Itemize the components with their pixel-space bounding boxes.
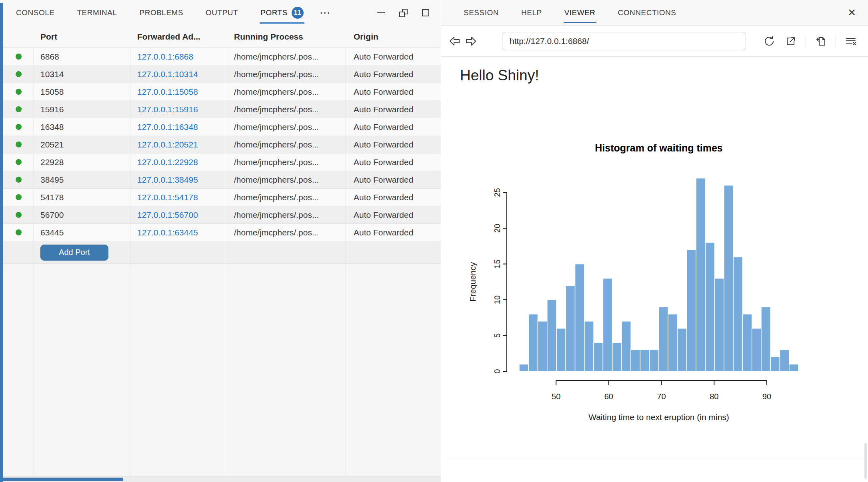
minimize-panel-icon[interactable] (376, 8, 386, 18)
x-tick-label: 90 (762, 392, 771, 401)
column-header-port[interactable]: Port (34, 32, 130, 42)
close-panel-icon[interactable]: ✕ (848, 7, 856, 18)
port-status (3, 194, 34, 200)
port-row[interactable]: 20521127.0.0.1:20521/home/jmcphers/.pos.… (3, 136, 441, 153)
toolbar-divider (806, 35, 806, 48)
forwarded-address-cell: 127.0.0.1:16348 (130, 122, 227, 132)
viewer-toolbar: http://127.0.0.1:6868/ (441, 26, 868, 57)
port-row[interactable]: 6868127.0.0.1:6868/home/jmcphers/.pos...… (3, 48, 441, 66)
histogram-bar (556, 329, 566, 371)
status-dot-icon (16, 54, 22, 60)
tab-viewer[interactable]: VIEWER (564, 0, 596, 25)
maximize-panel-icon[interactable] (421, 8, 430, 18)
origin-cell: Auto Forwarded (346, 122, 441, 132)
column-header-origin[interactable]: Origin (346, 32, 441, 42)
add-port-row: Add Port (3, 241, 441, 264)
port-number-cell: 15916 (34, 105, 130, 114)
forwarded-address-link[interactable]: 127.0.0.1:15058 (137, 87, 198, 96)
histogram-bar (566, 285, 575, 371)
port-row[interactable]: 15058127.0.0.1:15058/home/jmcphers/.pos.… (3, 83, 441, 101)
refresh-icon[interactable] (762, 34, 776, 48)
port-row[interactable]: 54178127.0.0.1:54178/home/jmcphers/.pos.… (3, 189, 441, 206)
forwarded-address-cell: 127.0.0.1:15058 (130, 87, 227, 97)
tab-console[interactable]: CONSOLE (16, 0, 54, 26)
ports-panel: CONSOLE TERMINAL PROBLEMS OUTPUT PORTS 1… (0, 0, 441, 482)
tab-problems-label: PROBLEMS (140, 8, 184, 17)
vertical-scrollbar-thumb[interactable] (864, 443, 867, 479)
forwarded-address-link[interactable]: 127.0.0.1:38495 (137, 175, 198, 184)
port-row[interactable]: 38495127.0.0.1:38495/home/jmcphers/.pos.… (3, 171, 441, 189)
column-header-running-process[interactable]: Running Process (227, 32, 346, 42)
forwarded-address-cell: 127.0.0.1:56700 (130, 210, 227, 220)
origin-cell: Auto Forwarded (346, 210, 441, 220)
viewer-panel: SESSION HELP VIEWER CONNECTIONS ✕ (441, 0, 868, 482)
tab-connections[interactable]: CONNECTIONS (618, 0, 676, 25)
restore-panel-icon[interactable] (398, 8, 408, 18)
forwarded-address-link[interactable]: 127.0.0.1:6868 (137, 52, 193, 61)
port-status (3, 229, 34, 235)
y-tick-label: 20 (493, 224, 502, 233)
histogram-bar (668, 314, 677, 371)
tab-terminal[interactable]: TERMINAL (77, 0, 117, 26)
forwarded-address-link[interactable]: 127.0.0.1:56700 (137, 210, 198, 219)
histogram-bar (528, 314, 538, 371)
forwarded-address-link[interactable]: 127.0.0.1:16348 (137, 122, 198, 131)
histogram-bar (715, 278, 724, 371)
y-tick-label: 25 (493, 188, 502, 197)
running-process-cell: /home/jmcphers/.pos... (227, 210, 346, 220)
forwarded-address-link[interactable]: 127.0.0.1:54178 (137, 193, 198, 202)
histogram-bar (622, 321, 631, 371)
port-row[interactable]: 15916127.0.0.1:15916/home/jmcphers/.pos.… (3, 101, 441, 118)
tab-problems[interactable]: PROBLEMS (140, 0, 184, 26)
forwarded-address-link[interactable]: 127.0.0.1:15916 (137, 105, 198, 114)
status-dot-icon (16, 229, 22, 235)
tab-console-label: CONSOLE (16, 8, 54, 17)
ports-count-badge: 11 (292, 7, 304, 19)
tab-session[interactable]: SESSION (464, 0, 499, 25)
horizontal-scrollbar[interactable] (3, 476, 441, 482)
ports-table-header: Port Forwarded Ad... Running Process Ori… (3, 26, 441, 48)
histogram-bar (640, 350, 649, 371)
tab-help[interactable]: HELP (521, 0, 542, 25)
add-port-button[interactable]: Add Port (40, 245, 108, 261)
port-row[interactable]: 16348127.0.0.1:16348/home/jmcphers/.pos.… (3, 118, 441, 136)
forward-icon[interactable] (463, 34, 479, 48)
port-status (3, 159, 34, 165)
back-icon[interactable] (447, 34, 463, 48)
column-header-forwarded-address[interactable]: Forwarded Ad... (130, 32, 227, 42)
port-row[interactable]: 56700127.0.0.1:56700/home/jmcphers/.pos.… (3, 206, 441, 224)
side-panel-tabbar: SESSION HELP VIEWER CONNECTIONS ✕ (441, 0, 868, 26)
origin-cell: Auto Forwarded (346, 175, 441, 185)
tab-ports-label: PORTS (260, 8, 288, 17)
y-tick-label: 5 (493, 333, 502, 338)
tab-output[interactable]: OUTPUT (206, 0, 238, 26)
status-dot-icon (16, 141, 22, 147)
clear-viewer-icon[interactable] (844, 34, 858, 48)
histogram-bar (780, 350, 789, 371)
port-row[interactable]: 10314127.0.0.1:10314/home/jmcphers/.pos.… (3, 66, 441, 83)
forwarded-address-link[interactable]: 127.0.0.1:63445 (137, 228, 198, 237)
open-in-editor-icon[interactable] (814, 34, 828, 48)
column-divider (34, 48, 34, 476)
forwarded-address-cell: 127.0.0.1:54178 (130, 193, 227, 202)
tab-ports[interactable]: PORTS 11 (260, 0, 304, 26)
port-row[interactable]: 22928127.0.0.1:22928/home/jmcphers/.pos.… (3, 153, 441, 171)
tab-output-label: OUTPUT (206, 8, 238, 17)
forwarded-address-link[interactable]: 127.0.0.1:10314 (137, 70, 198, 79)
forwarded-address-link[interactable]: 127.0.0.1:22928 (137, 157, 198, 167)
more-actions-icon[interactable]: ⋯ (320, 6, 332, 19)
histogram-bar (678, 329, 687, 371)
forwarded-address-link[interactable]: 127.0.0.1:20521 (137, 140, 198, 149)
horizontal-scrollbar-thumb[interactable] (3, 478, 123, 481)
port-row[interactable]: 63445127.0.0.1:63445/home/jmcphers/.pos.… (3, 224, 441, 241)
open-in-browser-icon[interactable] (784, 34, 798, 48)
port-status (3, 177, 34, 183)
histogram-bar (631, 350, 640, 371)
status-dot-icon (16, 212, 22, 218)
port-number-cell: 38495 (34, 175, 130, 185)
url-input[interactable]: http://127.0.0.1:6868/ (502, 32, 746, 50)
histogram-bar (612, 343, 622, 371)
origin-cell: Auto Forwarded (346, 157, 441, 167)
app-window: CONSOLE TERMINAL PROBLEMS OUTPUT PORTS 1… (0, 0, 868, 482)
status-dot-icon (16, 89, 22, 95)
